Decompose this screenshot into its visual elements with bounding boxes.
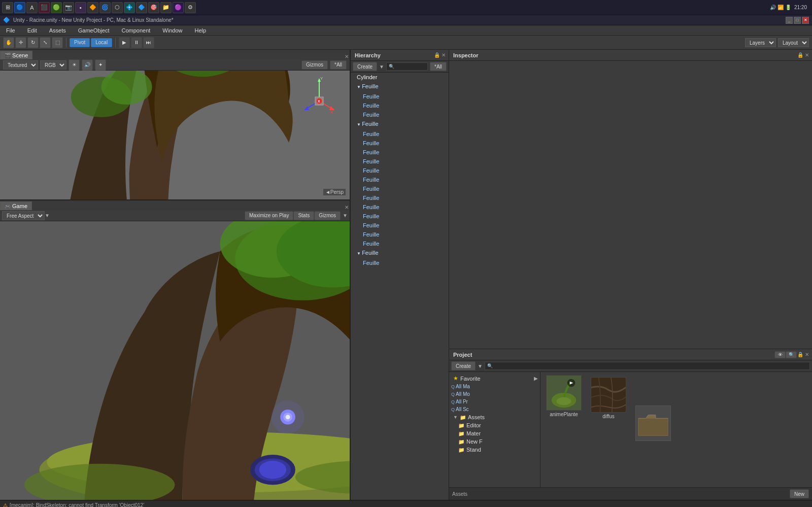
- inspector-lock-btn[interactable]: 🔒: [797, 52, 804, 59]
- project-search-btn[interactable]: 🔍: [786, 351, 797, 358]
- hierarchy-create-btn[interactable]: Create: [353, 62, 377, 71]
- local-button[interactable]: Local: [91, 38, 112, 47]
- hierarchy-item-feuille-6[interactable]: Feuille: [351, 139, 449, 148]
- taskbar-app-13[interactable]: 📁: [160, 2, 172, 13]
- menu-gameobject[interactable]: GameObject: [76, 26, 112, 35]
- menu-assets[interactable]: Assets: [47, 26, 68, 35]
- menu-file[interactable]: File: [4, 26, 17, 35]
- aspect-ratio-dropdown[interactable]: Free Aspect: [2, 211, 45, 220]
- favor-all-prefabs[interactable]: Q All Pr: [449, 398, 540, 405]
- tree-editor[interactable]: 📁 Editor: [449, 421, 540, 429]
- hierarchy-item-feuille-11[interactable]: Feuille: [351, 184, 449, 193]
- move-tool[interactable]: ✛: [15, 37, 26, 48]
- window-controls[interactable]: _ □ ✕: [786, 17, 809, 24]
- layout-dropdown[interactable]: Layout: [778, 38, 809, 47]
- all-btn[interactable]: *All: [330, 60, 347, 70]
- audio-toggle[interactable]: 🔊: [82, 59, 93, 71]
- project-create-btn[interactable]: Create: [451, 361, 476, 370]
- taskbar-app-2[interactable]: A: [26, 2, 38, 13]
- scene-tab[interactable]: 🎬 Scene: [0, 51, 32, 59]
- project-tree[interactable]: ★ Favorite ▶ Q All Ma Q All Mo: [449, 372, 540, 487]
- minimize-btn[interactable]: _: [786, 17, 793, 24]
- menu-component[interactable]: Component: [119, 26, 152, 35]
- game-close-btn[interactable]: ✕: [344, 204, 350, 210]
- taskbar-app-10[interactable]: 💠: [124, 2, 135, 13]
- project-assets-area[interactable]: animePlante: [540, 372, 812, 487]
- scale-tool[interactable]: ⤡: [40, 37, 51, 48]
- hierarchy-item-feuille-9[interactable]: Feuille: [351, 166, 449, 175]
- favor-all-models[interactable]: Q All Ma: [449, 383, 540, 390]
- taskbar-app-1[interactable]: 🔵: [14, 2, 25, 13]
- taskbar-app-7[interactable]: 🔶: [87, 2, 98, 13]
- taskbar-app-5[interactable]: 📷: [63, 2, 74, 13]
- project-eye-btn[interactable]: 👁: [774, 351, 786, 358]
- menu-help[interactable]: Help: [192, 26, 208, 35]
- favorites-header[interactable]: ★ Favorite ▶: [449, 374, 540, 383]
- tree-newf[interactable]: 📁 New F: [449, 437, 540, 446]
- hand-tool[interactable]: ✋: [3, 37, 14, 48]
- gizmos-btn[interactable]: Gizmos: [301, 60, 328, 70]
- project-new-btn[interactable]: New: [790, 489, 809, 498]
- hierarchy-item-feuille-10[interactable]: Feuille: [351, 175, 449, 184]
- stats-btn[interactable]: Stats: [293, 211, 314, 220]
- hierarchy-item-feuille-13[interactable]: Feuille: [351, 202, 449, 212]
- taskbar-app-12[interactable]: 🎯: [148, 2, 159, 13]
- rect-tool[interactable]: ⬚: [52, 37, 63, 48]
- hierarchy-item-feuille-12[interactable]: Feuille: [351, 193, 449, 202]
- hierarchy-close-btn[interactable]: ✕: [441, 52, 447, 58]
- light-toggle[interactable]: ☀: [69, 59, 80, 71]
- step-button[interactable]: ⏭: [143, 37, 154, 48]
- taskbar-app-3[interactable]: ⬛: [39, 2, 50, 13]
- rendering-mode-dropdown[interactable]: Textured: [3, 60, 38, 70]
- menu-window[interactable]: Window: [160, 26, 184, 35]
- inspector-close-btn[interactable]: ✕: [804, 52, 810, 58]
- project-close-btn[interactable]: ✕: [804, 352, 810, 358]
- pivot-button[interactable]: Pivot: [70, 38, 90, 47]
- maximize-on-play-btn[interactable]: Maximize on Play: [245, 211, 293, 220]
- project-lock-btn[interactable]: 🔒: [797, 351, 804, 358]
- scene-close-btn[interactable]: ✕: [344, 53, 350, 59]
- layers-dropdown[interactable]: Layers: [745, 38, 776, 47]
- game-gizmos-btn[interactable]: Gizmos: [314, 211, 341, 220]
- close-btn[interactable]: ✕: [802, 17, 809, 24]
- game-tab[interactable]: 🎮 Game: [0, 201, 32, 210]
- hierarchy-content[interactable]: Cylinder Feuille Feuille Feuille Feuille…: [351, 73, 449, 500]
- pause-button[interactable]: ⏸: [131, 37, 142, 48]
- taskbar-app-11[interactable]: 🔷: [136, 2, 147, 13]
- hierarchy-item-feuille-1[interactable]: Feuille: [351, 92, 449, 101]
- start-button[interactable]: ⊞: [2, 2, 13, 13]
- taskbar-app-9[interactable]: ⬡: [112, 2, 123, 13]
- tree-mater[interactable]: 📁 Mater: [449, 429, 540, 437]
- menu-edit[interactable]: Edit: [25, 26, 39, 35]
- asset-diffus[interactable]: diffus: [588, 377, 629, 441]
- hierarchy-item-feuille-0[interactable]: Feuille: [351, 82, 449, 92]
- taskbar-app-14[interactable]: 🟣: [173, 2, 184, 13]
- hierarchy-item-feuille-7[interactable]: Feuille: [351, 148, 449, 157]
- game-content[interactable]: [0, 221, 350, 500]
- hierarchy-item-feuille-14[interactable]: Feuille: [351, 212, 449, 221]
- asset-folder-placeholder[interactable]: [633, 405, 673, 441]
- hierarchy-item-feuille-4[interactable]: Feuille: [351, 119, 449, 129]
- hierarchy-item-feuille-15[interactable]: Feuille: [351, 221, 449, 230]
- taskbar-app-8[interactable]: 🌀: [99, 2, 111, 13]
- maximize-btn[interactable]: □: [794, 17, 801, 24]
- hierarchy-lock-btn[interactable]: 🔒: [433, 52, 441, 59]
- taskbar-app-4[interactable]: 🟢: [51, 2, 62, 13]
- scene-content[interactable]: Y X X ◄Persp: [0, 71, 350, 199]
- rotate-tool[interactable]: ↻: [27, 37, 39, 48]
- hierarchy-item-feuille-17[interactable]: Feuille: [351, 239, 449, 248]
- hierarchy-all-btn[interactable]: *All: [430, 62, 447, 71]
- tree-stand[interactable]: 📁 Stand: [449, 446, 540, 454]
- tree-assets[interactable]: ▼ 📁 Assets: [449, 413, 540, 421]
- hierarchy-item-feuille-18[interactable]: Feuille: [351, 248, 449, 258]
- play-button[interactable]: ▶: [119, 37, 130, 48]
- hierarchy-item-feuille-3[interactable]: Feuille: [351, 110, 449, 119]
- effect-toggle[interactable]: ✦: [95, 59, 106, 71]
- gizmo-navigation[interactable]: Y X X: [304, 76, 334, 106]
- favor-all-mo[interactable]: Q All Mo: [449, 390, 540, 398]
- asset-animeplante[interactable]: animePlante: [544, 375, 584, 441]
- rgb-dropdown[interactable]: RGB: [40, 60, 66, 70]
- hierarchy-item-feuille-5[interactable]: Feuille: [351, 129, 449, 139]
- favor-all-scenes[interactable]: Q All Sc: [449, 405, 540, 413]
- hierarchy-item-feuille-19[interactable]: Feuille: [351, 258, 449, 267]
